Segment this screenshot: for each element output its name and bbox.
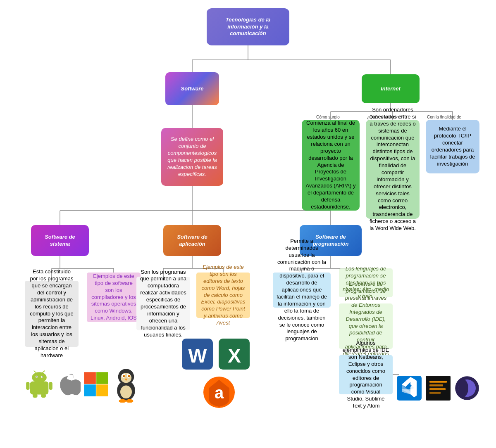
internet-purpose-text: Mediante el protocolo TC/IP conectar ord… — [429, 126, 476, 167]
svg-rect-74 — [429, 381, 447, 383]
svg-line-38 — [34, 371, 36, 372]
sw-sistema-label: Software de sistema — [34, 234, 86, 248]
aplicacion-description: Son los programas que permiten a una com… — [136, 277, 190, 330]
tic-label: Tecnologias de la información y la comun… — [210, 17, 286, 38]
internet-purpose-box: Mediante el protocolo TC/IP conectar ord… — [426, 120, 479, 173]
svg-point-33 — [32, 372, 47, 382]
software-aplicacion-node: Software de aplicación — [163, 225, 221, 256]
internet-how-box: Comienza al final de los años 60 en esta… — [302, 120, 360, 211]
vscode-icon — [397, 374, 422, 403]
aplicacion-examples-text: Ejemplos de este tipo son los editores d… — [200, 264, 247, 327]
internet-what-label: ¿Qué es la internet? — [367, 115, 405, 119]
sw-desc-text: Se define como el conjunto de componente… — [165, 136, 220, 178]
svg-point-49 — [120, 386, 132, 399]
mind-map: Tecnologias de la información y la comun… — [0, 0, 496, 448]
internet-how-text: Comienza al final de los años 60 en esta… — [305, 120, 356, 211]
word-icon: W — [182, 339, 213, 370]
svg-rect-46 — [84, 384, 96, 396]
programacion-description: Permite a determinados usuarios la comun… — [273, 273, 331, 308]
svg-rect-40 — [26, 382, 29, 390]
internet-what-text: Son ordenadores conectados entre si a tr… — [369, 107, 416, 232]
internet-what-box: Son ordenadores conectados entre si a tr… — [366, 120, 420, 219]
internet-label: Internet — [381, 85, 401, 92]
sublime-icon — [426, 374, 451, 403]
sw-aplicacion-label: Software de aplicación — [167, 234, 218, 248]
svg-point-56 — [123, 375, 124, 377]
sistema-desc-text: Esta constituido por los programas que s… — [28, 268, 75, 359]
app-icons-area: W X — [182, 339, 265, 421]
software-description: Se define como el conjunto de componente… — [161, 128, 223, 186]
svg-rect-77 — [429, 392, 441, 394]
aplicacion-examples: Ejemplos de este tipo son los editores d… — [196, 273, 250, 318]
internet-node: Internet — [362, 74, 420, 103]
sistema-examples-text: Ejemplos de este tipo de software son lo… — [90, 273, 137, 322]
tic-node: Tecnologias de la información y la comun… — [207, 8, 289, 45]
svg-rect-75 — [429, 384, 443, 386]
ide-icons-area — [397, 355, 479, 421]
svg-point-36 — [36, 377, 38, 378]
svg-point-80 — [458, 379, 468, 397]
android-icon — [25, 370, 54, 398]
software-label: Software — [181, 85, 204, 92]
internet-purpose-label: Con la finalidad de — [427, 115, 461, 119]
software-sistema-node: Software de sistema — [31, 225, 89, 256]
prog-ide-examples-text: Algunos ejemplmkos de IDE son Netbeans, … — [342, 340, 389, 410]
svg-rect-43 — [41, 394, 45, 398]
apple-icon — [56, 372, 81, 396]
svg-text:X: X — [228, 345, 241, 367]
svg-rect-41 — [49, 382, 52, 390]
svg-rect-45 — [96, 372, 108, 384]
svg-rect-47 — [96, 384, 108, 396]
linux-icon — [112, 365, 141, 403]
sistema-description: Esta constituido por los programas que s… — [25, 281, 79, 347]
svg-point-57 — [129, 375, 130, 377]
svg-rect-32 — [30, 382, 49, 395]
internet-how-label: Cómo surgio — [316, 115, 340, 119]
os-icons-area — [25, 351, 145, 417]
svg-text:W: W — [188, 345, 207, 367]
svg-point-37 — [42, 377, 43, 378]
svg-rect-76 — [429, 388, 446, 390]
aplicacion-desc-text: Son los programas que permiten a una com… — [140, 269, 187, 339]
eclipse-icon — [455, 374, 479, 403]
prog-desc1-text: Permite a determinados usuarios la comun… — [276, 238, 327, 342]
excel-icon: X — [219, 339, 250, 370]
svg-rect-44 — [84, 372, 96, 384]
svg-line-39 — [43, 371, 45, 372]
windows-icon — [83, 371, 110, 398]
software-node: Software — [165, 72, 219, 105]
programacion-ide-examples: Algunos ejemplmkos de IDE son Netbeans, … — [339, 355, 393, 394]
sistema-examples: Ejemplos de este tipo de software son lo… — [87, 273, 141, 322]
svg-rect-42 — [33, 394, 37, 398]
